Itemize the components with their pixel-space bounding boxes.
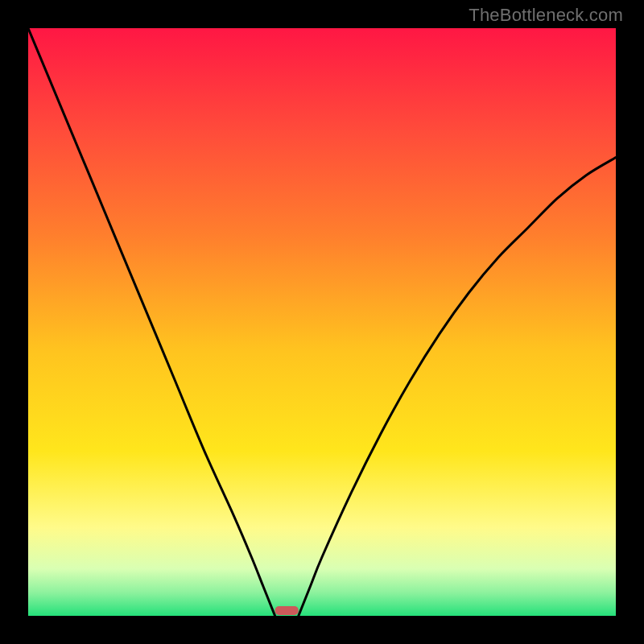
chart-frame: TheBottleneck.com: [0, 0, 644, 644]
svg-rect-0: [275, 606, 299, 615]
plot-area: [28, 28, 616, 616]
dip-marker: [275, 606, 299, 615]
watermark-text: TheBottleneck.com: [469, 5, 623, 26]
gradient-background: [28, 28, 616, 616]
chart-svg: [28, 28, 616, 616]
